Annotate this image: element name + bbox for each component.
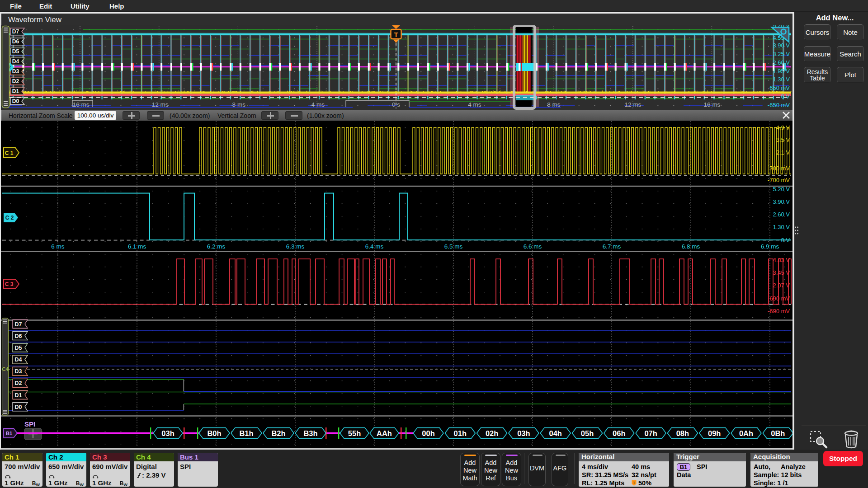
svg-text:D4: D4 <box>15 357 22 363</box>
svg-text:4.9 V: 4.9 V <box>776 124 790 131</box>
svg-text:-16 ms: -16 ms <box>71 101 90 108</box>
svg-text:04h: 04h <box>549 429 561 437</box>
svg-text:C 1: C 1 <box>5 150 14 156</box>
svg-text:D0: D0 <box>15 404 22 410</box>
svg-text:650 mV: 650 mV <box>769 84 790 91</box>
svg-text:3.45 V: 3.45 V <box>773 269 790 276</box>
svg-text:B0h: B0h <box>207 429 221 437</box>
svg-text:D0: D0 <box>12 98 19 104</box>
svg-text:6.4 ms: 6.4 ms <box>365 243 384 250</box>
svg-text:D2: D2 <box>15 380 22 386</box>
svg-text:B3h: B3h <box>303 429 317 437</box>
svg-text:3.5 V: 3.5 V <box>776 136 790 143</box>
svg-text:6.3 ms: 6.3 ms <box>286 243 305 250</box>
svg-text:08h: 08h <box>676 429 689 437</box>
svg-text:00h: 00h <box>422 429 434 437</box>
svg-text:0 V: 0 V <box>781 93 790 100</box>
svg-text:2.60 V: 2.60 V <box>773 59 790 66</box>
svg-text:12 ms: 12 ms <box>625 101 642 108</box>
svg-text:D3: D3 <box>12 68 19 75</box>
svg-text:AAh: AAh <box>377 429 392 437</box>
svg-text:6.5 ms: 6.5 ms <box>444 243 463 250</box>
svg-text:0Bh: 0Bh <box>771 429 785 437</box>
svg-text:C4: C4 <box>2 366 8 372</box>
svg-text:D4: D4 <box>12 58 19 65</box>
svg-text:D7: D7 <box>15 321 22 328</box>
svg-text:07h: 07h <box>644 429 657 437</box>
svg-text:-12 ms: -12 ms <box>150 101 169 108</box>
svg-text:4.83 V: 4.83 V <box>773 257 790 263</box>
svg-text:16 ms: 16 ms <box>704 101 721 108</box>
svg-text:2.60 V: 2.60 V <box>773 211 790 218</box>
svg-text:D1: D1 <box>12 88 19 94</box>
svg-text:5.20 V: 5.20 V <box>773 186 790 192</box>
svg-text:C 3: C 3 <box>5 281 14 287</box>
svg-text:55h: 55h <box>348 429 361 437</box>
svg-text:D5: D5 <box>15 345 22 351</box>
svg-text:T: T <box>633 481 635 485</box>
svg-text:0Ah: 0Ah <box>739 429 753 437</box>
svg-text:690 mV: 690 mV <box>769 295 790 302</box>
svg-text:6.7 ms: 6.7 ms <box>603 243 621 250</box>
svg-text:1.95 V: 1.95 V <box>773 68 790 75</box>
svg-text:-8 ms: -8 ms <box>230 101 245 108</box>
svg-text:D7: D7 <box>12 28 19 35</box>
svg-text:-700 mV: -700 mV <box>768 177 790 183</box>
svg-text:4 ms: 4 ms <box>468 101 481 108</box>
svg-text:-690 mV: -690 mV <box>768 308 790 314</box>
svg-text:8 ms: 8 ms <box>547 101 561 108</box>
svg-text:D1: D1 <box>15 392 22 399</box>
svg-text:02h: 02h <box>486 429 498 437</box>
svg-text:700 mV: 700 mV <box>769 165 790 172</box>
svg-text:03h: 03h <box>517 429 530 437</box>
svg-text:6 ms: 6 ms <box>51 243 65 250</box>
svg-text:2.1 V: 2.1 V <box>776 149 790 156</box>
svg-text:B1: B1 <box>6 431 12 436</box>
svg-text:09h: 09h <box>708 429 721 437</box>
svg-text:1.30 V: 1.30 V <box>773 76 790 83</box>
svg-text:05h: 05h <box>581 429 594 437</box>
svg-text:D5: D5 <box>12 48 19 55</box>
svg-text:D2: D2 <box>12 78 19 84</box>
svg-text:C 2: C 2 <box>5 215 14 221</box>
svg-text:2.07 V: 2.07 V <box>773 282 790 289</box>
svg-text:01h: 01h <box>454 429 467 437</box>
svg-text:03h: 03h <box>161 429 174 437</box>
svg-text:D6: D6 <box>15 333 22 339</box>
svg-text:6.1 ms: 6.1 ms <box>128 243 146 250</box>
svg-text:06h: 06h <box>613 429 625 437</box>
svg-text:B2h: B2h <box>271 429 285 437</box>
svg-text:D6: D6 <box>12 38 19 45</box>
svg-text:-4 ms: -4 ms <box>309 101 325 108</box>
svg-text:3.25 V: 3.25 V <box>773 51 790 57</box>
svg-text:SPI: SPI <box>24 420 35 428</box>
svg-text:6.8 ms: 6.8 ms <box>682 243 700 250</box>
svg-text:0 V: 0 V <box>781 237 790 244</box>
svg-text:6.2 ms: 6.2 ms <box>207 243 226 250</box>
svg-text:6.9 ms: 6.9 ms <box>761 243 779 250</box>
svg-text:3.90 V: 3.90 V <box>773 198 790 205</box>
svg-text:T: T <box>394 31 398 38</box>
svg-text:-650 mV: -650 mV <box>768 102 790 108</box>
svg-text:6.6 ms: 6.6 ms <box>524 243 542 250</box>
svg-text:D3: D3 <box>15 368 22 375</box>
svg-text:B1h: B1h <box>239 429 253 437</box>
svg-text:1.30 V: 1.30 V <box>773 224 790 230</box>
svg-text:3.90 V: 3.90 V <box>773 42 790 49</box>
